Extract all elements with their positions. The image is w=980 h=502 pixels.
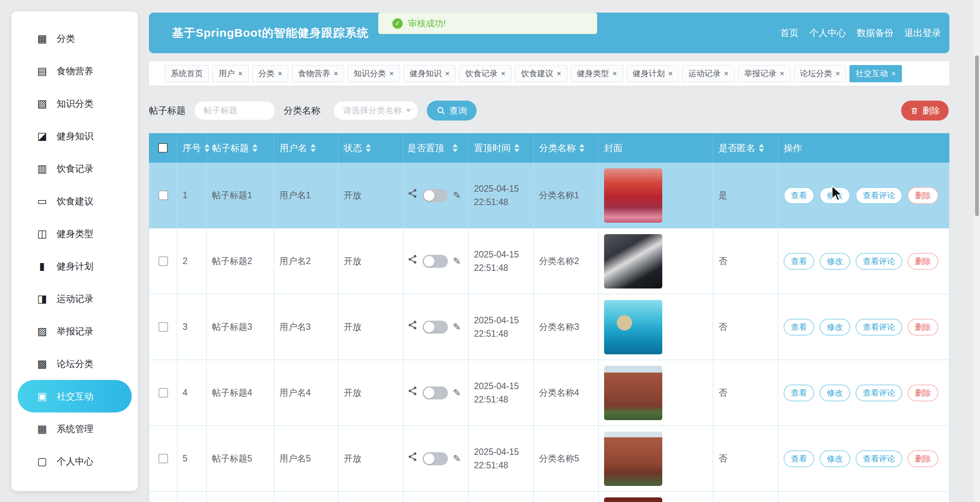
pin-toggle[interactable]: [423, 255, 448, 268]
tab-diet-advice[interactable]: 饮食建议×: [515, 65, 567, 82]
sort-caret-icon[interactable]: [579, 144, 585, 152]
view-comments-button[interactable]: 查看评论: [856, 385, 902, 401]
cover-image[interactable]: [604, 432, 662, 486]
tab-fitness-knowledge[interactable]: 健身知识×: [403, 65, 456, 82]
column-header-status[interactable]: 状态: [338, 133, 403, 163]
view-comments-button[interactable]: 查看评论: [856, 253, 902, 270]
view-comments-button[interactable]: 查看评论: [856, 187, 902, 204]
delete-selected-button[interactable]: 删除: [901, 101, 949, 121]
column-header-title[interactable]: 帖子标题: [207, 133, 274, 163]
view-comments-button[interactable]: 查看评论: [856, 450, 902, 467]
tab-fitness-plan[interactable]: 健身计划×: [627, 65, 679, 82]
tab-close-icon[interactable]: ×: [891, 70, 896, 77]
sort-caret-icon[interactable]: [366, 144, 371, 152]
sidebar-item-food-nutrition[interactable]: ▤食物营养: [18, 55, 132, 87]
delete-button[interactable]: 删除: [908, 385, 938, 401]
share-icon[interactable]: [407, 451, 418, 466]
share-icon[interactable]: [407, 386, 418, 400]
row-checkbox[interactable]: [158, 256, 168, 266]
sidebar-item-personal-center[interactable]: ▢个人中心: [18, 445, 132, 478]
tab-close-icon[interactable]: ×: [238, 70, 243, 77]
tab-close-icon[interactable]: ×: [389, 70, 394, 77]
tab-close-icon[interactable]: ×: [836, 70, 840, 77]
tab-close-icon[interactable]: ×: [278, 70, 283, 77]
sidebar-item-exercise-record[interactable]: ◨运动记录: [18, 282, 132, 315]
scrollbar-thumb[interactable]: [975, 55, 979, 216]
sort-caret-icon[interactable]: [252, 144, 258, 152]
sidebar-item-fitness-knowledge[interactable]: ◪健身知识: [18, 120, 132, 152]
column-header-index[interactable]: 序号: [177, 133, 207, 163]
tab-knowledge-category[interactable]: 知识分类×: [348, 65, 400, 82]
nav-profile[interactable]: 个人中心: [809, 27, 846, 39]
sidebar-item-fitness-type[interactable]: ◫健身类型: [18, 217, 132, 250]
tab-exercise-record[interactable]: 运动记录×: [682, 65, 735, 82]
view-button[interactable]: 查看: [784, 253, 814, 270]
sort-caret-icon[interactable]: [452, 144, 458, 152]
edit-button[interactable]: 修改: [820, 253, 850, 270]
tab-report-record[interactable]: 举报记录×: [738, 65, 791, 82]
tab-user[interactable]: 用户×: [212, 65, 249, 82]
edit-button[interactable]: 修改: [820, 450, 850, 467]
sidebar-item-report-record[interactable]: ▨举报记录: [18, 315, 132, 347]
pin-toggle[interactable]: [423, 321, 448, 334]
sidebar-item-forum-category[interactable]: ▩论坛分类: [18, 347, 132, 380]
view-button[interactable]: 查看: [784, 385, 814, 401]
select-all-checkbox[interactable]: [158, 143, 168, 153]
column-header-category[interactable]: 分类名称: [534, 133, 599, 163]
sidebar-item-diet-record[interactable]: ▥饮食记录: [18, 152, 132, 185]
search-button[interactable]: 查询: [427, 101, 477, 121]
tab-close-icon[interactable]: ×: [445, 70, 450, 77]
sort-caret-icon[interactable]: [514, 144, 519, 152]
column-header-username[interactable]: 用户名: [274, 133, 338, 163]
view-button[interactable]: 查看: [784, 187, 814, 204]
share-icon[interactable]: [407, 320, 418, 334]
delete-button[interactable]: 删除: [908, 187, 938, 204]
tab-close-icon[interactable]: ×: [780, 70, 784, 77]
sidebar-item-fitness-plan[interactable]: ▮健身计划: [18, 250, 132, 282]
tab-close-icon[interactable]: ×: [501, 70, 505, 77]
tab-close-icon[interactable]: ×: [724, 70, 728, 77]
sidebar-item-system-management[interactable]: ▦系统管理: [18, 412, 132, 445]
sidebar-item-category[interactable]: ▦分类: [18, 22, 132, 55]
delete-button[interactable]: 删除: [908, 253, 938, 270]
delete-button[interactable]: 删除: [908, 450, 938, 467]
view-button[interactable]: 查看: [784, 319, 814, 336]
cover-image[interactable]: [604, 497, 662, 502]
page-scrollbar[interactable]: [974, 0, 980, 502]
edit-pin-icon[interactable]: ✎: [453, 451, 461, 466]
tab-forum-category[interactable]: 论坛分类×: [794, 65, 846, 82]
sort-caret-icon[interactable]: [759, 144, 764, 152]
tab-food-nutrition[interactable]: 食物营养×: [292, 65, 344, 82]
tab-system-home[interactable]: 系统首页: [165, 65, 209, 82]
tab-fitness-type[interactable]: 健身类型×: [571, 65, 623, 82]
sort-caret-icon[interactable]: [310, 144, 316, 152]
cover-image[interactable]: [604, 168, 662, 223]
tab-social-interaction[interactable]: 社交互动×: [849, 65, 902, 82]
view-comments-button[interactable]: 查看评论: [856, 319, 902, 336]
edit-pin-icon[interactable]: ✎: [453, 254, 461, 269]
pin-toggle[interactable]: [423, 386, 448, 399]
sidebar-item-social-interaction[interactable]: ▣社交互动: [18, 380, 132, 412]
title-filter-input[interactable]: [194, 101, 275, 120]
delete-button[interactable]: 删除: [908, 319, 938, 336]
edit-pin-icon[interactable]: ✎: [453, 320, 461, 334]
nav-logout[interactable]: 退出登录: [904, 27, 941, 39]
row-checkbox[interactable]: [158, 191, 168, 200]
cover-image[interactable]: [604, 300, 662, 354]
tab-diet-record[interactable]: 饮食记录×: [459, 65, 511, 82]
pin-toggle[interactable]: [423, 452, 448, 465]
share-icon[interactable]: [407, 254, 418, 268]
sidebar-item-diet-advice[interactable]: ▭饮食建议: [18, 185, 132, 217]
column-header-pinned[interactable]: 是否置顶: [403, 133, 469, 163]
column-header-pin-time[interactable]: 置顶时间: [469, 133, 534, 163]
category-filter-select[interactable]: 请选择分类名称: [333, 101, 418, 120]
edit-button[interactable]: 修改: [820, 385, 850, 401]
cover-image[interactable]: [604, 234, 662, 288]
nav-home[interactable]: 首页: [780, 27, 799, 39]
tab-close-icon[interactable]: ×: [333, 70, 338, 77]
edit-pin-icon[interactable]: ✎: [453, 188, 461, 203]
tab-category[interactable]: 分类×: [252, 65, 289, 82]
column-header-anonymous[interactable]: 是否匿名: [713, 133, 778, 163]
tab-close-icon[interactable]: ×: [668, 70, 673, 77]
sidebar-item-knowledge-category[interactable]: ▧知识分类: [18, 87, 132, 120]
